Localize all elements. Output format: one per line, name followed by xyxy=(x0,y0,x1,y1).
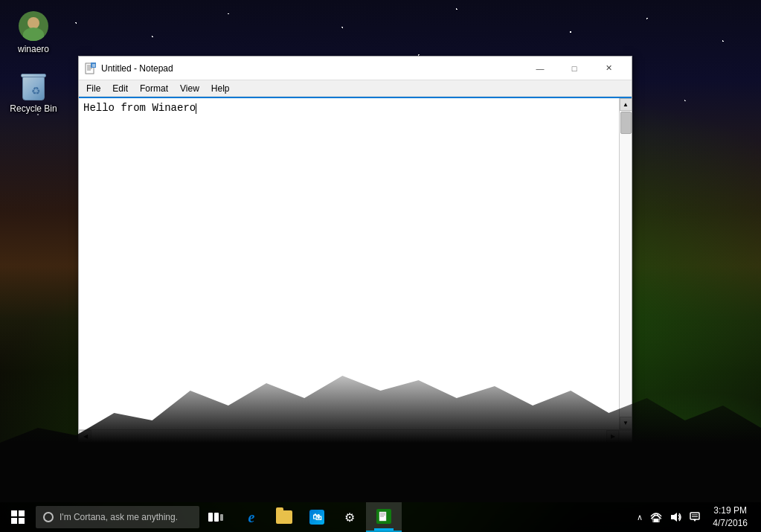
text-cursor xyxy=(196,103,196,114)
build-info: Windows 10 Pro Insider Preview Evaluatio… xyxy=(553,475,754,499)
cortana-search[interactable]: I'm Cortana, ask me anything. xyxy=(36,506,199,528)
menu-file[interactable]: File xyxy=(80,80,106,96)
recycle-bin-label: Recycle Bin xyxy=(10,103,57,115)
vertical-scrollbar[interactable]: ▲ ▼ xyxy=(619,98,632,429)
menu-help[interactable]: Help xyxy=(205,80,236,96)
task-view-button[interactable] xyxy=(199,502,232,532)
scroll-thumb-v[interactable] xyxy=(620,112,632,134)
scroll-left-button[interactable]: ◀ xyxy=(79,430,91,443)
minimize-button[interactable]: — xyxy=(523,57,557,80)
text-content: Hello from Winaero xyxy=(79,98,619,119)
svg-marker-14 xyxy=(671,513,677,522)
scroll-track-v[interactable] xyxy=(620,111,632,417)
tray-overflow-button[interactable]: ∧ xyxy=(634,513,646,522)
scroll-track-h[interactable] xyxy=(91,430,606,443)
taskbar-file-explorer[interactable] xyxy=(268,502,301,532)
title-bar: Untitled - Notepad — □ ✕ xyxy=(79,57,632,80)
winaero-icon xyxy=(19,11,48,41)
notepad-content-area: Hello from Winaero ▲ ▼ xyxy=(79,98,632,429)
desktop: winaero ♻ Recycle Bin xyxy=(0,0,761,532)
notepad-window[interactable]: Untitled - Notepad — □ ✕ File Edit Forma… xyxy=(78,56,632,443)
svg-rect-13 xyxy=(654,519,658,522)
taskbar-settings[interactable]: ⚙ xyxy=(333,502,366,532)
clock-date: 4/7/2016 xyxy=(713,517,748,530)
build-line-1: Windows 10 Pro Insider Preview xyxy=(553,475,754,487)
taskbar-notepad[interactable] xyxy=(366,502,402,532)
close-button[interactable]: ✕ xyxy=(591,57,626,80)
menu-edit[interactable]: Edit xyxy=(106,80,134,96)
tent-glow xyxy=(538,391,761,502)
desktop-icons: winaero ♻ Recycle Bin xyxy=(0,0,67,126)
taskbar-edge[interactable]: e xyxy=(235,502,268,532)
settings-icon: ⚙ xyxy=(342,510,357,525)
menu-view[interactable]: View xyxy=(174,80,205,96)
system-tray: ∧ xyxy=(634,502,704,532)
tray-volume-icon[interactable] xyxy=(667,502,684,532)
text-editor[interactable]: Hello from Winaero xyxy=(79,98,619,429)
build-line-2: Evaluation copy. Build 14316.rs1_release… xyxy=(553,487,754,500)
task-view-icon xyxy=(208,511,223,523)
menu-format[interactable]: Format xyxy=(134,80,174,96)
tray-action-center-icon[interactable] xyxy=(686,502,704,532)
tray-network-icon[interactable] xyxy=(647,502,665,532)
search-placeholder: I'm Cortana, ask me anything. xyxy=(60,512,178,522)
window-title: Untitled - Notepad xyxy=(101,63,523,74)
taskbar-apps: e 🛍 ⚙ xyxy=(235,502,402,532)
scroll-up-button[interactable]: ▲ xyxy=(620,98,632,111)
edge-icon: e xyxy=(248,509,255,526)
window-controls: — □ ✕ xyxy=(523,57,626,80)
scroll-down-button[interactable]: ▼ xyxy=(620,417,632,429)
folder-icon xyxy=(276,510,292,524)
horizontal-scrollbar[interactable]: ◀ ▶ xyxy=(79,429,632,442)
notepad-taskbar-icon xyxy=(376,509,391,524)
winaero-label: winaero xyxy=(18,44,49,56)
scroll-right-button[interactable]: ▶ xyxy=(606,430,619,443)
desktop-icon-recycle-bin[interactable]: ♻ Recycle Bin xyxy=(4,67,63,119)
scroll-corner xyxy=(619,430,632,443)
cortana-icon xyxy=(43,512,54,522)
recycle-bin-icon: ♻ xyxy=(19,71,48,100)
menu-bar: File Edit Format View Help xyxy=(79,80,632,97)
taskbar-store[interactable]: 🛍 xyxy=(301,502,333,532)
start-button[interactable] xyxy=(0,502,36,532)
system-tray-area: ∧ xyxy=(634,502,761,532)
windows-logo-icon xyxy=(11,510,25,524)
notepad-text: Hello from Winaero xyxy=(83,102,196,114)
desktop-icon-winaero[interactable]: winaero xyxy=(4,7,63,60)
taskbar: I'm Cortana, ask me anything. e 🛍 xyxy=(0,502,761,532)
clock[interactable]: 3:19 PM 4/7/2016 xyxy=(704,502,757,532)
svg-rect-15 xyxy=(690,513,699,519)
notepad-app-icon xyxy=(85,63,97,74)
clock-time: 3:19 PM xyxy=(713,504,747,517)
maximize-button[interactable]: □ xyxy=(557,57,591,80)
store-icon: 🛍 xyxy=(309,510,324,525)
